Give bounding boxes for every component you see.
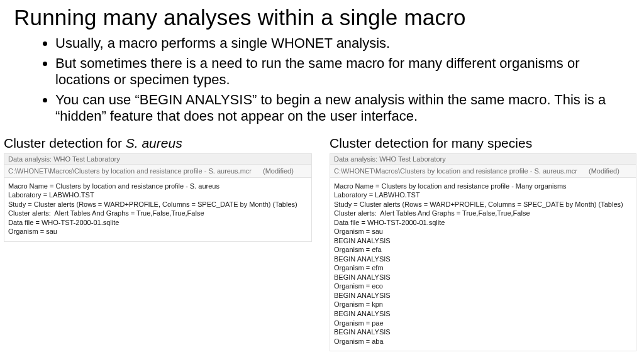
right-panel-modified: (Modified)	[577, 167, 619, 175]
columns: Cluster detection for S. aureus Data ana…	[0, 134, 644, 351]
left-column: Cluster detection for S. aureus Data ana…	[4, 136, 312, 351]
left-panel-header: Data analysis: WHO Test Laboratory	[4, 154, 311, 165]
left-panel: Data analysis: WHO Test Laboratory C:\WH…	[4, 153, 312, 242]
right-panel-subheader: C:\WHONET\Macros\Clusters by location an…	[330, 165, 636, 178]
bullet-item: Usually, a macro performs a single WHONE…	[55, 35, 606, 52]
left-subheading-ital: S. aureus	[126, 136, 182, 150]
left-panel-modified: (Modified)	[252, 167, 294, 175]
left-subheading: Cluster detection for S. aureus	[4, 136, 312, 151]
right-panel-body: Macro Name = Clusters by location and re…	[330, 178, 636, 351]
right-panel: Data analysis: WHO Test Laboratory C:\WH…	[330, 153, 636, 351]
right-panel-path: C:\WHONET\Macros\Clusters by location an…	[334, 167, 577, 175]
slide-title: Running many analyses within a single ma…	[0, 0, 644, 34]
right-subheading: Cluster detection for many species	[330, 136, 636, 151]
right-column: Cluster detection for many species Data …	[330, 136, 636, 351]
left-panel-body: Macro Name = Clusters by location and re…	[4, 178, 311, 241]
bullet-item: You can use “BEGIN ANALYSIS” to begin a …	[55, 92, 606, 124]
bullet-item: But sometimes there is a need to run the…	[55, 55, 606, 88]
left-panel-subheader: C:\WHONET\Macros\Clusters by location an…	[4, 165, 311, 178]
left-panel-path: C:\WHONET\Macros\Clusters by location an…	[8, 167, 252, 175]
right-panel-header: Data analysis: WHO Test Laboratory	[330, 154, 636, 165]
bullet-list: Usually, a macro performs a single WHONE…	[0, 34, 644, 134]
left-subheading-prefix: Cluster detection for	[4, 136, 126, 150]
